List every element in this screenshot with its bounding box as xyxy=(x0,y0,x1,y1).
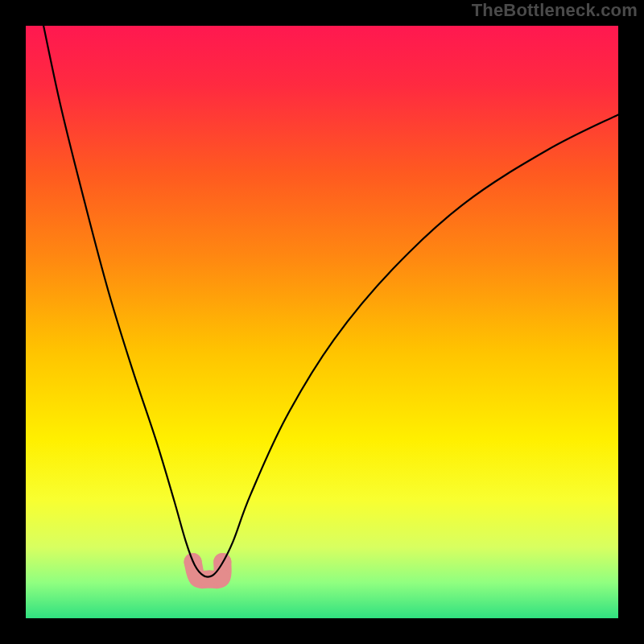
gradient-background xyxy=(26,26,618,618)
plot-area xyxy=(26,26,618,618)
chart-frame: TheBottleneck.com xyxy=(0,0,644,644)
chart-svg xyxy=(26,26,618,618)
marker-floor-3 xyxy=(213,569,230,587)
attribution-text: TheBottleneck.com xyxy=(472,0,638,21)
